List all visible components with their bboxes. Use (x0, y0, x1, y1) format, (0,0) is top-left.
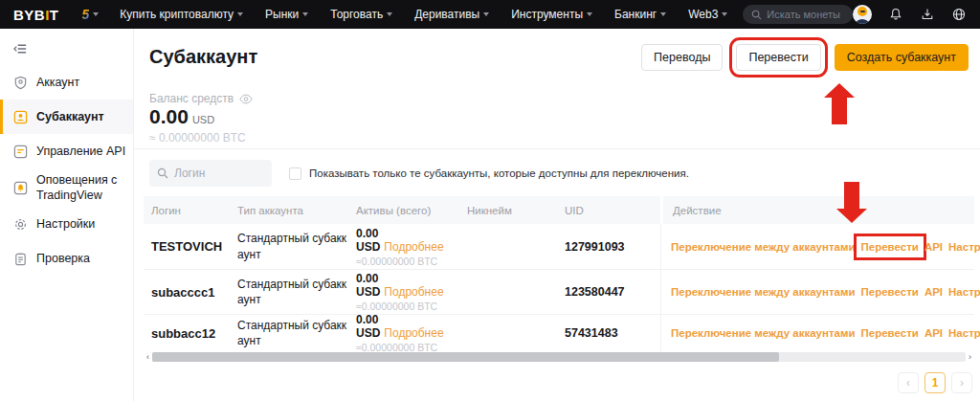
nav-item-web3[interactable]: Web3 (688, 8, 727, 21)
page-title: Субаккаунт (149, 46, 257, 68)
create-subaccount-button[interactable]: Создать субаккаунт (835, 44, 969, 71)
balance-label: Баланс средств (149, 92, 253, 105)
transfer-link[interactable]: Перевести (861, 241, 919, 253)
sidebar-item-settings[interactable]: Настройки (0, 208, 133, 242)
download-app-icon[interactable] (920, 7, 935, 22)
language-globe-icon[interactable] (951, 7, 967, 22)
header-account-type: Тип аккаунта (237, 205, 356, 216)
filter-row: Показывать только те субаккаунты, которы… (149, 160, 689, 187)
sidebar-item-tradingview-alerts[interactable]: Оповещения с TradingView (0, 168, 133, 208)
cell-uid: 57431483 (565, 326, 660, 340)
scroll-right-icon[interactable]: › (966, 352, 974, 362)
sidebar-item-label: Аккаунт (36, 75, 79, 90)
switch-account-link[interactable]: Переключение между аккаунтами (671, 286, 856, 298)
chevron-down-icon (237, 12, 243, 16)
checkbox-label: Показывать только те субаккаунты, которы… (309, 167, 689, 179)
sidebar-collapse-icon[interactable] (13, 42, 28, 56)
horizontal-scrollbar: ‹ › (144, 352, 974, 362)
api-link[interactable]: API (924, 286, 943, 298)
api-link[interactable]: API (924, 327, 943, 339)
sidebar-item-subaccount[interactable]: Субаккаунт (0, 100, 133, 134)
cell-assets: 0.00 USDПодробнее ≈0.00000000 BTC (356, 227, 467, 267)
details-link[interactable]: Подробнее (384, 240, 443, 254)
nav-item-derivatives[interactable]: Деривативы (414, 8, 489, 21)
cell-account-type: Стандартный субаккаунт (237, 231, 356, 261)
api-link[interactable]: API (924, 241, 943, 253)
table-row: subbacc12 Стандартный субаккаунт 0.00 US… (144, 314, 974, 351)
switchable-only-checkbox[interactable] (289, 167, 301, 180)
nav-menu: Купить криптовалюту Рынки Торговать Дери… (120, 8, 727, 21)
sidebar-item-label: Проверка (36, 251, 90, 266)
cell-account-type: Стандартный субаккаунт (237, 277, 356, 307)
details-link[interactable]: Подробнее (384, 326, 443, 340)
sidebar-item-label: Оповещения с TradingView (36, 172, 127, 204)
cell-uid: 123580447 (565, 285, 660, 299)
header-assets: Активы (всего) (356, 205, 467, 216)
chevron-down-icon (93, 12, 99, 16)
subaccount-person-icon (13, 110, 28, 124)
bell-icon[interactable] (888, 7, 903, 22)
header-nickname: Никнейм (467, 205, 565, 216)
row-actions: Переключение между аккаунтами Перевести … (671, 286, 980, 298)
login-search-input[interactable] (174, 167, 260, 180)
section-divider (134, 148, 980, 149)
main-content: Субаккаунт Переводы Перевести Создать су… (134, 29, 980, 401)
details-link[interactable]: Подробнее (384, 285, 443, 299)
scrollbar-track[interactable] (152, 352, 966, 362)
bybit-logo[interactable]: BYBIT (13, 7, 59, 23)
transfers-button[interactable]: Переводы (641, 44, 723, 71)
nav-item-tools[interactable]: Инструменты (511, 8, 592, 21)
nav-item-markets[interactable]: Рынки (265, 8, 308, 21)
coin-search-input[interactable]: Искать монеты (743, 5, 853, 24)
sidebar-item-api-management[interactable]: Управление API (0, 134, 133, 168)
sidebar-item-account[interactable]: Аккаунт (0, 65, 133, 100)
settings-link[interactable]: Настройки (948, 241, 980, 253)
sidebar-item-verification[interactable]: Проверка (0, 242, 133, 277)
user-avatar[interactable] (853, 5, 872, 24)
clipboard-icon (13, 252, 28, 266)
current-page-button[interactable]: 1 (924, 372, 946, 393)
transfer-link[interactable]: Перевести (861, 327, 919, 339)
page-action-buttons: Переводы Перевести Создать субаккаунт (641, 44, 969, 71)
cell-login: TESTOVICH (144, 239, 237, 254)
logo-part: BYB (13, 7, 45, 23)
chevron-down-icon (483, 12, 489, 16)
cell-login: subbacc12 (144, 326, 237, 341)
row-actions: Переключение между аккаунтами Перевести … (671, 241, 980, 253)
eye-icon[interactable] (239, 94, 253, 104)
chevron-down-icon (660, 12, 666, 16)
prev-page-button[interactable]: ‹ (898, 372, 919, 393)
switch-account-link[interactable]: Переключение между аккаунтами (671, 241, 856, 253)
header-action: Действие (660, 196, 974, 224)
transfer-link[interactable]: Перевести (861, 286, 919, 298)
chevron-down-icon (722, 12, 727, 16)
api-icon (13, 145, 28, 159)
header-uid: UID (565, 205, 660, 216)
nav-right-icons (853, 5, 967, 24)
switch-account-link[interactable]: Переключение между аккаунтами (671, 327, 856, 339)
cell-uid: 127991093 (565, 240, 660, 254)
sidebar-item-label: Настройки (36, 216, 95, 232)
row-actions: Переключение между аккаунтами Перевести … (671, 327, 980, 339)
cell-assets: 0.00 USDПодробнее ≈0.00000000 BTC (356, 313, 467, 353)
scroll-left-icon[interactable]: ‹ (144, 352, 152, 362)
anniversary-menu[interactable]: 5 (82, 7, 100, 22)
sidebar: Аккаунт Субаккаунт Управление API Оповещ… (0, 29, 134, 401)
balance-currency: USD (192, 114, 214, 125)
chevron-down-icon (302, 12, 308, 16)
sidebar-item-label: Управление API (36, 144, 125, 159)
balance-btc-equivalent: ≈ 0.00000000 BTC (149, 131, 246, 145)
nav-item-trade[interactable]: Торговать (330, 8, 392, 21)
gear-icon (13, 217, 28, 232)
nav-item-buy-crypto[interactable]: Купить криптовалюту (120, 8, 243, 21)
search-icon (751, 10, 762, 20)
subaccounts-table: Логин Тип аккаунта Активы (всего) Никней… (144, 196, 974, 351)
search-placeholder: Искать монеты (767, 9, 840, 20)
scrollbar-thumb[interactable] (152, 352, 779, 362)
settings-link[interactable]: Настройки (948, 327, 980, 339)
next-page-button[interactable]: › (951, 372, 972, 393)
settings-link[interactable]: Настройки (948, 286, 980, 298)
top-nav: BYBIT 5 Купить криптовалюту Рынки Торгов… (0, 0, 980, 29)
nav-item-banking[interactable]: Банкинг (614, 8, 666, 21)
transfer-button[interactable]: Перевести (736, 44, 820, 71)
